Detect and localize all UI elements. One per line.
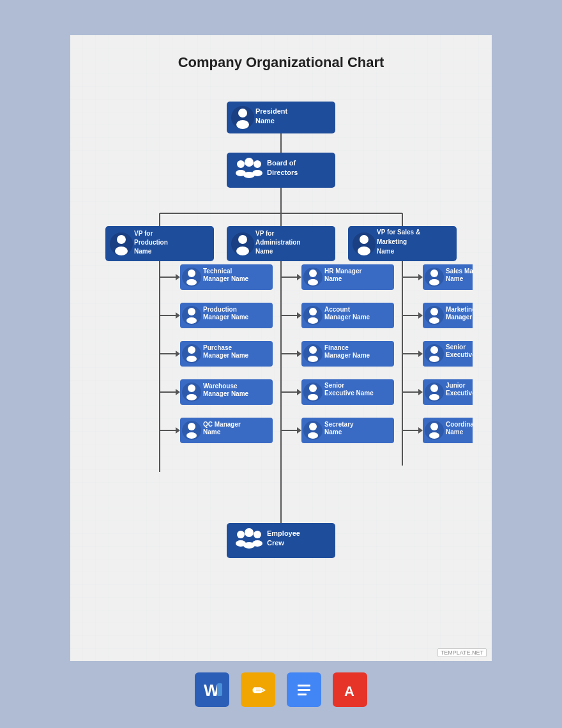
svg-point-47 bbox=[237, 160, 245, 168]
svg-point-79 bbox=[186, 279, 197, 285]
svg-text:Manager Name: Manager Name bbox=[446, 314, 473, 321]
svg-text:Senior: Senior bbox=[446, 344, 466, 351]
svg-marker-13 bbox=[176, 312, 180, 319]
svg-marker-35 bbox=[418, 312, 423, 319]
svg-point-91 bbox=[186, 356, 197, 362]
senior-exec-admin-node: Senior Executive Name bbox=[301, 379, 394, 405]
svg-marker-15 bbox=[176, 389, 180, 395]
vp-admin-node: VP for Administration Name bbox=[227, 226, 335, 261]
svg-point-151 bbox=[429, 356, 439, 362]
svg-text:Executive Name: Executive Name bbox=[324, 390, 374, 397]
svg-marker-26 bbox=[297, 389, 301, 395]
production-mgr-node: Production Manager Name bbox=[180, 303, 273, 328]
svg-marker-27 bbox=[297, 427, 301, 434]
svg-point-115 bbox=[308, 317, 318, 324]
svg-text:Board of: Board of bbox=[267, 159, 296, 167]
warehouse-mgr-node: Warehouse Manager Name bbox=[180, 379, 273, 405]
vp-production-node: VP for Production Name bbox=[105, 226, 214, 261]
svg-text:Name: Name bbox=[324, 428, 342, 436]
svg-text:Manager Name: Manager Name bbox=[203, 314, 249, 321]
marketing-mgr-node: Marketing Manager Name bbox=[423, 303, 473, 328]
svg-point-126 bbox=[309, 384, 317, 392]
svg-text:Name: Name bbox=[255, 117, 275, 125]
secretary-node: Secretary Name bbox=[301, 418, 394, 443]
page-wrapper: Company Organizational Chart bbox=[70, 35, 492, 661]
acrobat-icon[interactable]: A bbox=[333, 672, 367, 707]
pages-icon[interactable]: ✏ bbox=[241, 672, 275, 707]
svg-point-43 bbox=[236, 120, 249, 129]
president-node: President Name bbox=[227, 102, 335, 133]
svg-text:QC Manager: QC Manager bbox=[203, 421, 241, 428]
svg-point-49 bbox=[254, 160, 261, 168]
svg-text:HR Manager: HR Manager bbox=[324, 268, 361, 275]
svg-text:VP for Sales &: VP for Sales & bbox=[377, 229, 420, 236]
svg-point-72 bbox=[358, 246, 370, 255]
svg-text:Name: Name bbox=[377, 248, 395, 255]
svg-point-108 bbox=[309, 269, 317, 277]
finance-mgr-node: Finance Manager Name bbox=[301, 341, 394, 367]
svg-rect-181 bbox=[298, 685, 310, 686]
junior-exec-node: Junior Executive Name bbox=[423, 379, 473, 405]
svg-text:Coordinator: Coordinator bbox=[446, 421, 473, 428]
svg-text:A: A bbox=[344, 683, 354, 699]
svg-point-145 bbox=[429, 317, 439, 324]
svg-point-48 bbox=[245, 158, 254, 167]
svg-text:Directors: Directors bbox=[267, 169, 298, 176]
svg-point-127 bbox=[308, 394, 318, 400]
senior-exec-sales-node: Senior Executive Name bbox=[423, 341, 473, 367]
svg-text:Junior: Junior bbox=[446, 382, 466, 389]
icons-bar: W ✏ A bbox=[195, 672, 367, 707]
svg-point-102 bbox=[188, 423, 195, 430]
svg-text:Production: Production bbox=[203, 306, 237, 313]
svg-text:Name: Name bbox=[446, 275, 464, 282]
svg-text:Secretary: Secretary bbox=[324, 421, 354, 428]
purchase-mgr-node: Purchase Manager Name bbox=[180, 341, 273, 367]
svg-point-169 bbox=[254, 531, 261, 538]
svg-text:Manager Name: Manager Name bbox=[324, 352, 370, 359]
svg-point-150 bbox=[430, 346, 438, 354]
svg-point-121 bbox=[308, 356, 318, 362]
svg-text:Senior: Senior bbox=[324, 382, 344, 389]
svg-point-103 bbox=[186, 432, 197, 439]
technical-mgr-node: Technical Manager Name bbox=[180, 264, 273, 290]
svg-text:Name: Name bbox=[203, 428, 221, 436]
svg-point-133 bbox=[308, 432, 318, 439]
svg-marker-23 bbox=[297, 274, 301, 280]
svg-point-172 bbox=[252, 540, 262, 547]
svg-text:Purchase: Purchase bbox=[203, 344, 232, 351]
svg-marker-34 bbox=[418, 274, 423, 280]
svg-text:Executive Name: Executive Name bbox=[446, 390, 473, 397]
svg-point-58 bbox=[115, 246, 128, 255]
svg-point-57 bbox=[117, 235, 126, 244]
word-icon[interactable]: W bbox=[195, 672, 229, 707]
svg-text:Employee: Employee bbox=[267, 529, 300, 537]
svg-text:Manager Name: Manager Name bbox=[203, 390, 249, 397]
svg-text:Production: Production bbox=[134, 239, 168, 246]
svg-text:Crew: Crew bbox=[267, 539, 284, 547]
svg-point-109 bbox=[308, 279, 318, 285]
svg-point-71 bbox=[360, 235, 368, 244]
svg-text:Manager Name: Manager Name bbox=[324, 314, 370, 321]
svg-point-132 bbox=[309, 423, 317, 430]
docs-icon[interactable] bbox=[287, 672, 321, 707]
svg-point-65 bbox=[236, 246, 249, 255]
svg-rect-183 bbox=[298, 694, 307, 695]
account-mgr-node: Account Manager Name bbox=[301, 303, 394, 328]
svg-point-90 bbox=[188, 346, 195, 354]
svg-point-138 bbox=[430, 269, 438, 277]
svg-marker-12 bbox=[176, 274, 180, 280]
svg-marker-36 bbox=[418, 351, 423, 357]
svg-point-114 bbox=[309, 308, 317, 315]
svg-text:Name: Name bbox=[255, 248, 273, 255]
svg-point-156 bbox=[430, 384, 438, 392]
svg-marker-25 bbox=[297, 351, 301, 357]
svg-point-120 bbox=[309, 346, 317, 354]
svg-point-42 bbox=[238, 109, 247, 118]
svg-point-139 bbox=[429, 279, 439, 285]
svg-point-84 bbox=[188, 308, 195, 315]
svg-text:VP for: VP for bbox=[255, 230, 274, 237]
svg-text:Marketing: Marketing bbox=[446, 306, 473, 313]
hr-mgr-node: HR Manager Name bbox=[301, 264, 394, 290]
employee-crew-node: Employee Crew bbox=[227, 523, 335, 558]
svg-text:Manager Name: Manager Name bbox=[203, 275, 249, 282]
